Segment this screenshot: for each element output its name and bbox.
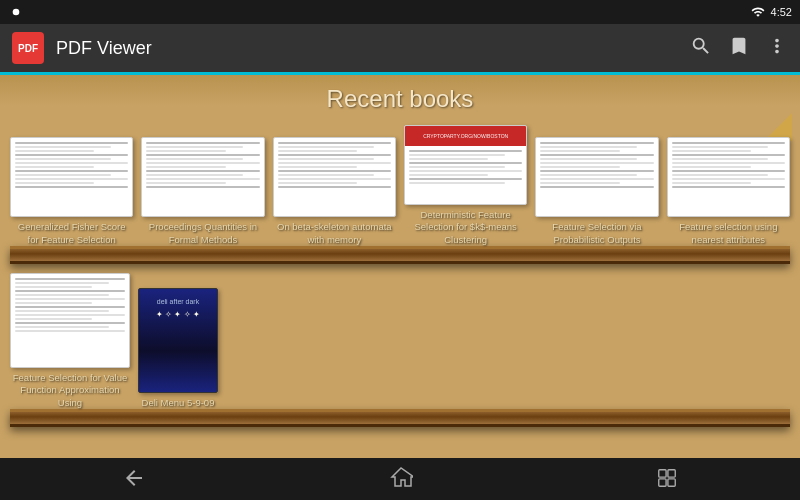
book-label-3: On beta-skeleton automata with memory xyxy=(273,221,396,246)
status-right-icons: 4:52 xyxy=(751,5,792,19)
back-button[interactable] xyxy=(102,458,166,501)
nav-bar xyxy=(0,458,800,500)
home-button[interactable] xyxy=(369,458,433,501)
book-label-2: Proceedings Quantities in Formal Methods xyxy=(141,221,264,246)
dark-book-title: deli after dark xyxy=(139,289,217,306)
notification-icon xyxy=(8,4,24,20)
shelf-plank-1 xyxy=(10,246,790,264)
pdf-app-icon: PDF xyxy=(12,32,44,64)
bookshelf: Recent books xyxy=(0,75,800,458)
book-thumbnail-8: deli after dark ✦ ✧ ✦ ✧ ✦ xyxy=(138,288,218,393)
bookmark-icon[interactable] xyxy=(728,35,750,62)
app-title: PDF Viewer xyxy=(56,38,678,59)
book-thumbnail-4: CRYPTOPARTY.ORG/NOW/BOSTON xyxy=(404,125,527,205)
book-thumbnail-6 xyxy=(667,137,790,217)
action-icons xyxy=(690,35,788,62)
book-thumbnail-2 xyxy=(141,137,264,217)
book-card-3[interactable]: On beta-skeleton automata with memory xyxy=(273,137,396,246)
status-bar: 4:52 xyxy=(0,0,800,24)
shelf-row-1: Generalized Fisher Score for Feature Sel… xyxy=(0,119,800,267)
shelf-row-2: Feature Selection for Value Function App… xyxy=(0,267,800,422)
book-label-8: Deli Menu 5-9-09 xyxy=(140,397,217,409)
book-card-6[interactable]: Feature selection using nearest attribut… xyxy=(667,137,790,246)
dark-book-stars: ✦ ✧ ✦ ✧ ✦ xyxy=(139,306,217,323)
book-card-5[interactable]: Feature Selection via Probabilistic Outp… xyxy=(535,137,658,246)
book-label-7: Feature Selection for Value Function App… xyxy=(10,372,130,409)
book-card-1[interactable]: Generalized Fisher Score for Feature Sel… xyxy=(10,137,133,246)
svg-rect-4 xyxy=(668,478,675,485)
time-display: 4:52 xyxy=(771,6,792,18)
book-thumbnail-5 xyxy=(535,137,658,217)
book-card-7[interactable]: Feature Selection for Value Function App… xyxy=(10,273,130,409)
book-thumbnail-3 xyxy=(273,137,396,217)
shelf-plank-2 xyxy=(10,409,790,427)
shelf-2-books: Feature Selection for Value Function App… xyxy=(10,273,790,409)
wifi-icon xyxy=(751,5,765,19)
recent-apps-button[interactable] xyxy=(636,459,698,501)
book-card-4[interactable]: CRYPTOPARTY.ORG/NOW/BOSTON Determ xyxy=(404,125,527,246)
app-bar: PDF PDF Viewer xyxy=(0,24,800,72)
book-label-6: Feature selection using nearest attribut… xyxy=(667,221,790,246)
search-icon[interactable] xyxy=(690,35,712,62)
shelf-1-books: Generalized Fisher Score for Feature Sel… xyxy=(10,125,790,246)
svg-rect-1 xyxy=(659,469,666,476)
page-title: Recent books xyxy=(0,75,800,119)
book-label-4: Deterministic Feature Selection for $k$-… xyxy=(404,209,527,246)
book-card-8[interactable]: deli after dark ✦ ✧ ✦ ✧ ✦ Deli Menu 5-9-… xyxy=(138,288,218,409)
svg-rect-3 xyxy=(659,478,666,485)
book-thumbnail-1 xyxy=(10,137,133,217)
book-label-5: Feature Selection via Probabilistic Outp… xyxy=(535,221,658,246)
more-options-icon[interactable] xyxy=(766,35,788,62)
svg-point-0 xyxy=(13,9,20,16)
book-colored-header-4: CRYPTOPARTY.ORG/NOW/BOSTON xyxy=(405,126,526,146)
book-thumbnail-7 xyxy=(10,273,130,368)
book-card-2[interactable]: Proceedings Quantities in Formal Methods xyxy=(141,137,264,246)
svg-rect-2 xyxy=(668,469,675,476)
status-left-icons xyxy=(8,4,24,20)
book-label-1: Generalized Fisher Score for Feature Sel… xyxy=(10,221,133,246)
